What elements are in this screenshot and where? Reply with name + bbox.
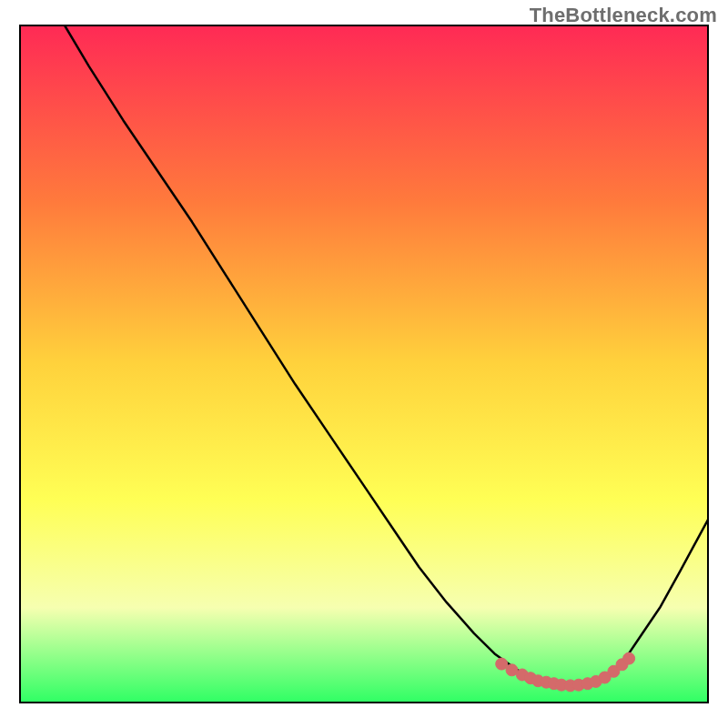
plot-background [20, 25, 708, 703]
chart-container: TheBottleneck.com [0, 0, 728, 728]
optimal-marker [496, 658, 508, 670]
optimal-marker [623, 652, 635, 664]
bottleneck-chart [0, 0, 728, 728]
watermark-text: TheBottleneck.com [530, 4, 717, 27]
